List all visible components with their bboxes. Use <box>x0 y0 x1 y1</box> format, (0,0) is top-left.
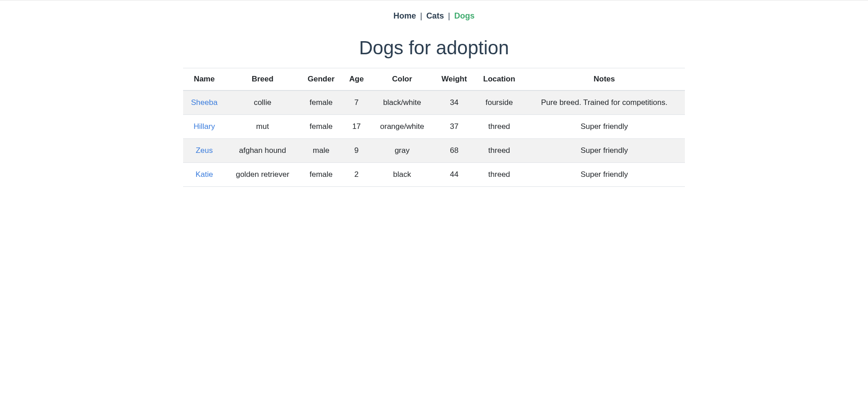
dog-name-link[interactable]: Sheeba <box>191 98 217 107</box>
cell-weight: 34 <box>434 90 475 115</box>
cell-weight: 37 <box>434 115 475 139</box>
cell-notes: Super friendly <box>524 115 685 139</box>
dog-name-link[interactable]: Zeus <box>196 146 213 155</box>
cell-breed: collie <box>226 90 300 115</box>
cell-notes: Super friendly <box>524 163 685 187</box>
cell-gender: female <box>300 90 343 115</box>
col-color: Color <box>371 68 434 91</box>
cell-breed: golden retriever <box>226 163 300 187</box>
cell-breed: mut <box>226 115 300 139</box>
cell-weight: 44 <box>434 163 475 187</box>
cell-gender: female <box>300 115 343 139</box>
dogs-table: Name Breed Gender Age Color Weight Locat… <box>183 68 685 187</box>
table-body: Sheebacolliefemale7black/white34fourside… <box>183 90 685 187</box>
cell-name: Katie <box>183 163 226 187</box>
cell-name: Zeus <box>183 139 226 163</box>
cell-location: threed <box>475 115 524 139</box>
col-gender: Gender <box>300 68 343 91</box>
table-row: Hillarymutfemale17orange/white37threedSu… <box>183 115 685 139</box>
page-title: Dogs for adoption <box>183 37 685 59</box>
cell-name: Sheeba <box>183 90 226 115</box>
cell-gender: male <box>300 139 343 163</box>
cell-age: 7 <box>343 90 371 115</box>
cell-color: black/white <box>371 90 434 115</box>
table-header-row: Name Breed Gender Age Color Weight Locat… <box>183 68 685 91</box>
cell-name: Hillary <box>183 115 226 139</box>
col-weight: Weight <box>434 68 475 91</box>
top-nav: Home | Cats | Dogs <box>183 0 685 26</box>
table-row: Zeusafghan houndmale9gray68threedSuper f… <box>183 139 685 163</box>
cell-age: 17 <box>343 115 371 139</box>
cell-age: 2 <box>343 163 371 187</box>
cell-gender: female <box>300 163 343 187</box>
nav-dogs-link[interactable]: Dogs <box>454 11 475 20</box>
cell-notes: Pure breed. Trained for competitions. <box>524 90 685 115</box>
nav-separator: | <box>420 11 422 20</box>
nav-separator: | <box>448 11 450 20</box>
dog-name-link[interactable]: Katie <box>195 170 213 179</box>
cell-color: gray <box>371 139 434 163</box>
cell-location: threed <box>475 163 524 187</box>
col-breed: Breed <box>226 68 300 91</box>
col-age: Age <box>343 68 371 91</box>
cell-color: orange/white <box>371 115 434 139</box>
nav-cats-link[interactable]: Cats <box>426 11 444 20</box>
cell-color: black <box>371 163 434 187</box>
nav-home-link[interactable]: Home <box>393 11 416 20</box>
col-notes: Notes <box>524 68 685 91</box>
cell-age: 9 <box>343 139 371 163</box>
col-location: Location <box>475 68 524 91</box>
cell-notes: Super friendly <box>524 139 685 163</box>
table-row: Katiegolden retrieverfemale2black44three… <box>183 163 685 187</box>
cell-weight: 68 <box>434 139 475 163</box>
cell-breed: afghan hound <box>226 139 300 163</box>
table-row: Sheebacolliefemale7black/white34fourside… <box>183 90 685 115</box>
col-name: Name <box>183 68 226 91</box>
cell-location: threed <box>475 139 524 163</box>
dog-name-link[interactable]: Hillary <box>193 122 215 131</box>
cell-location: fourside <box>475 90 524 115</box>
